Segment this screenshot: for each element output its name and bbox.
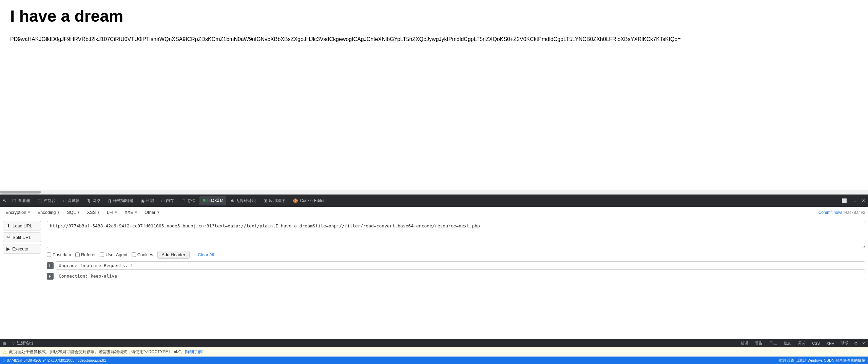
devtools-tabbar: ↖ ☐ 查看器 ⬚ 控制台 ○ 调试器 ⇅ 网络 {} 样式编辑器 ◉ 性能 □… [0, 195, 868, 207]
header-value-1[interactable] [56, 272, 865, 280]
tab-hackbar[interactable]: HackBar [199, 196, 226, 205]
tab-console-label: 控制台 [43, 198, 56, 204]
memory-icon: □ [162, 198, 165, 203]
cookies-checkbox-label[interactable]: Cookies [132, 252, 153, 257]
header-row-1: H [47, 272, 865, 280]
page-title: I have a dream [10, 7, 858, 25]
devtools-bottom-right: 错误 警告 日志 信息 调试 CSS XHR 请求 ⚙ ✕ [739, 341, 865, 346]
inspector-icon: ☐ [12, 198, 16, 203]
encryption-arrow-icon: ▼ [27, 210, 31, 214]
tab-memory-label: 内存 [166, 198, 174, 204]
load-url-label: Load URL [13, 223, 33, 228]
tab-memory[interactable]: □ 内存 [158, 196, 178, 205]
bottom-tab-css[interactable]: CSS [811, 341, 821, 345]
close-devtools-icon[interactable]: ✕ [860, 198, 867, 204]
more-options-icon[interactable]: ··· [851, 198, 857, 204]
tab-cookie-editor[interactable]: 🍪 Cookie-Editor [289, 196, 328, 205]
clear-all-button[interactable]: Clear All [194, 251, 218, 258]
menu-xss[interactable]: XSS ▼ [84, 209, 103, 216]
tab-debugger-label: 调试器 [67, 198, 80, 204]
menu-sql[interactable]: SQL ▼ [64, 209, 83, 216]
tab-storage-label: 存储 [187, 198, 195, 204]
header-controls: Post data Referer User Agent Cookies Add… [47, 251, 865, 259]
warning-text: 此页面处于怪异模式。排版布局可能会受到影响。若需要标准模式，请使用"<!DOCT… [9, 349, 185, 355]
tab-accessibility[interactable]: ✱ 无障碍环境 [227, 196, 259, 205]
status-bar: ▷ 8774b3af-5438-42c6-94f2-cc07fd011005.n… [0, 357, 868, 364]
sql-arrow-icon: ▼ [77, 210, 80, 214]
filter-icon: ▽ [12, 341, 15, 345]
hackbar-toolbar: Encryption ▼ Encoding ▼ SQL ▼ XSS ▼ LFI … [0, 207, 868, 218]
menu-xss-label: XSS [87, 210, 96, 215]
close-console-icon[interactable]: ✕ [862, 341, 865, 346]
menu-encoding-label: Encoding [37, 210, 56, 215]
menu-encoding[interactable]: Encoding ▼ [35, 209, 63, 216]
status-arrow-icon: ▷ [3, 358, 5, 363]
user-agent-checkbox-label[interactable]: User Agent [100, 252, 127, 257]
tab-accessibility-label: 无障碍环境 [236, 198, 256, 204]
cookie-icon: 🍪 [293, 198, 298, 203]
tab-style-editor[interactable]: {} 样式编辑器 [105, 196, 137, 205]
tab-inspector[interactable]: ☐ 查看器 [9, 196, 34, 205]
tab-style-editor-label: 样式编辑器 [113, 198, 133, 204]
menu-encryption[interactable]: Encryption ▼ [3, 209, 33, 216]
load-url-button[interactable]: ⬆ Load URL [3, 221, 41, 230]
execute-icon: ▶ [6, 246, 10, 251]
page-content: I have a dream PD9waHAKJGlkID0gJF9HRVRbJ… [0, 0, 868, 190]
load-url-icon: ⬆ [6, 223, 11, 228]
horizontal-scrollbar[interactable] [0, 190, 868, 194]
post-data-checkbox-label[interactable]: Post data [47, 252, 71, 257]
referer-label: Referer [81, 252, 96, 257]
tab-performance[interactable]: ◉ 性能 [137, 196, 158, 205]
menu-xxe-label: XXE [124, 210, 133, 215]
menu-other[interactable]: Other ▼ [142, 209, 162, 216]
lfi-arrow-icon: ▼ [114, 210, 118, 214]
execute-button[interactable]: ▶ Execute [3, 244, 41, 254]
bottom-tab-log[interactable]: 日志 [768, 341, 778, 346]
devtools-cursor-icon[interactable]: ↖ [1, 198, 8, 203]
tab-application[interactable]: ⊞ 应用程序 [260, 196, 289, 205]
referer-checkbox[interactable] [75, 252, 80, 257]
post-data-checkbox[interactable] [47, 252, 51, 257]
tab-hackbar-label: HackBar [207, 198, 223, 203]
commit-now-link[interactable]: Commit now! [818, 210, 842, 215]
bottom-tab-request[interactable]: 请求 [840, 341, 850, 346]
header-value-0[interactable] [56, 261, 865, 270]
user-agent-checkbox[interactable] [100, 252, 104, 257]
url-input[interactable] [47, 221, 865, 248]
devtools-bottombar: 🗑 ▽ 过滤输出 错误 警告 日志 信息 调试 CSS XHR 请求 ⚙ ✕ [0, 339, 868, 347]
split-url-icon: ✂ [6, 235, 11, 240]
tab-network[interactable]: ⇅ 网络 [84, 196, 104, 205]
tab-inspector-label: 查看器 [18, 198, 30, 204]
tab-network-label: 网络 [93, 198, 101, 204]
split-url-button[interactable]: ✂ Split URL [3, 232, 41, 242]
settings-icon[interactable]: ⚙ [854, 341, 858, 346]
dock-icon[interactable]: ⬜ [840, 198, 848, 204]
bottom-tab-xhr[interactable]: XHR [825, 341, 836, 345]
cookies-label: Cookies [137, 252, 153, 257]
scrollbar-thumb[interactable] [0, 191, 41, 194]
bottom-tab-warn[interactable]: 警告 [754, 341, 764, 346]
menu-lfi[interactable]: LFI ▼ [104, 209, 120, 216]
commit-area: Commit now! HackBar v2 [818, 210, 865, 215]
cookies-checkbox[interactable] [132, 252, 136, 257]
bottom-tab-info[interactable]: 信息 [782, 341, 792, 346]
status-right: 转到 设置 以激活 Windows CSDN @八块腹肌的摄像 [778, 358, 865, 363]
debugger-icon: ○ [63, 198, 66, 203]
devtools-panel: ↖ ☐ 查看器 ⬚ 控制台 ○ 调试器 ⇅ 网络 {} 样式编辑器 ◉ 性能 □… [0, 194, 868, 364]
console-clear-icon[interactable]: 🗑 [3, 341, 7, 346]
header-row-0: H [47, 261, 865, 270]
tab-console[interactable]: ⬚ 控制台 [34, 196, 59, 205]
bottom-tab-debug[interactable]: 调试 [796, 341, 807, 346]
status-left: ▷ 8774b3af-5438-42c6-94f2-cc07fd011005.n… [3, 358, 106, 363]
tab-debugger[interactable]: ○ 调试器 [60, 196, 83, 205]
referer-checkbox-label[interactable]: Referer [75, 252, 96, 257]
warning-learn-more-link[interactable]: [详细了解] [185, 349, 204, 355]
header-badge-0: H [47, 262, 54, 269]
add-header-button[interactable]: Add Header [157, 251, 190, 259]
tab-application-label: 应用程序 [269, 198, 285, 204]
bottom-tab-error[interactable]: 错误 [739, 341, 750, 346]
menu-xxe[interactable]: XXE ▼ [122, 209, 140, 216]
tab-storage[interactable]: ☐ 存储 [178, 196, 199, 205]
execute-label: Execute [12, 246, 28, 251]
post-data-label: Post data [53, 252, 71, 257]
